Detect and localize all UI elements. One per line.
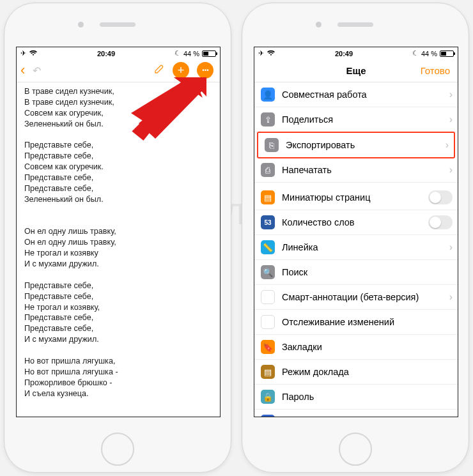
export-icon: ⎘ xyxy=(265,138,279,152)
brush-button[interactable] xyxy=(153,63,165,78)
more-nav-bar: Еще Готово xyxy=(254,59,458,82)
moon-icon: ☾ xyxy=(174,49,181,58)
chevron-right-icon: › xyxy=(449,164,453,176)
lock-icon: 🔒 xyxy=(261,390,275,404)
book-icon: ▯ xyxy=(261,415,275,417)
chevron-right-icon: › xyxy=(449,242,453,253)
camera-dot xyxy=(78,22,84,27)
menu-item-label: Напечатать xyxy=(282,165,442,175)
ruler-icon: 📏 xyxy=(261,240,275,254)
menu-item-present-icon[interactable]: ▤Режим доклада xyxy=(254,360,458,385)
add-button[interactable]: + xyxy=(173,62,189,79)
menu-item-label: Совместная работа xyxy=(282,89,442,100)
track-icon: ≣ xyxy=(261,315,275,329)
more-menu-list: 👤Совместная работа›⇪Поделиться›⎘Экспорти… xyxy=(254,82,458,417)
menu-item-smart-icon[interactable]: ✎Смарт-аннотации (бета-версия)› xyxy=(254,285,458,310)
menu-item-label: Пароль xyxy=(282,392,453,402)
menu-item-ruler-icon[interactable]: 📏Линейка› xyxy=(254,235,458,260)
more-button[interactable]: ··· xyxy=(197,62,213,79)
menu-item-thumbs-icon[interactable]: ▤Миниатюры страниц xyxy=(254,185,458,210)
menu-item-count-icon[interactable]: 53Количество слов xyxy=(254,210,458,235)
menu-item-label: Экспортировать xyxy=(286,140,438,150)
airplane-icon: ✈︎ xyxy=(20,49,26,58)
chevron-right-icon: › xyxy=(449,114,453,125)
battery-icon xyxy=(440,50,454,57)
screen-right: ✈︎ 20:49 ☾ 44 % Еще Готово 👤Совместная р… xyxy=(254,47,458,417)
menu-item-person-icon[interactable]: 👤Совместная работа› xyxy=(254,82,458,107)
menu-item-label: Опубликовать в Apple Books xyxy=(282,417,442,417)
person-icon: 👤 xyxy=(261,88,275,102)
wifi-icon xyxy=(29,50,38,58)
home-button[interactable] xyxy=(101,433,134,466)
bookmark-icon: 🔖 xyxy=(261,340,275,354)
menu-item-share-icon[interactable]: ⇪Поделиться› xyxy=(254,107,458,132)
document-body[interactable]: В траве сидел кузнечик, В траве сидел ку… xyxy=(17,82,220,405)
airplane-icon: ✈︎ xyxy=(258,49,264,58)
moon-icon: ☾ xyxy=(412,49,419,58)
chevron-right-icon: › xyxy=(449,291,453,303)
toggle-switch[interactable] xyxy=(428,215,453,229)
wifi-icon xyxy=(267,50,275,58)
phone-mockup-left: ✈︎ 20:49 ☾ 44 % ‹ ↶ + ··· xyxy=(4,3,231,473)
search-icon: 🔍 xyxy=(261,265,275,279)
status-time: 20:49 xyxy=(335,50,353,58)
menu-item-book-icon[interactable]: ▯Опубликовать в Apple Books› xyxy=(254,410,458,417)
menu-item-label: Количество слов xyxy=(282,217,421,227)
menu-item-label: Миниатюры страниц xyxy=(282,192,421,203)
chevron-right-icon: › xyxy=(449,416,453,417)
undo-button[interactable]: ↶ xyxy=(33,65,41,77)
status-bar: ✈︎ 20:49 ☾ 44 % xyxy=(254,47,458,59)
chevron-right-icon: › xyxy=(449,89,453,100)
editor-toolbar: ‹ ↶ + ··· xyxy=(17,59,220,82)
done-button[interactable]: Готово xyxy=(421,65,450,76)
menu-item-label: Отслеживание изменений xyxy=(282,317,453,327)
menu-item-label: Режим доклада xyxy=(282,367,453,377)
thumbs-icon: ▤ xyxy=(261,190,275,204)
menu-item-label: Линейка xyxy=(282,242,442,252)
speaker-slot xyxy=(337,22,373,27)
present-icon: ▤ xyxy=(261,365,275,379)
camera-dot xyxy=(316,22,322,27)
back-button[interactable]: ‹ xyxy=(20,62,25,79)
more-title: Еще xyxy=(346,65,366,76)
menu-item-bookmark-icon[interactable]: 🔖Закладки xyxy=(254,335,458,360)
menu-item-track-icon[interactable]: ≣Отслеживание изменений xyxy=(254,310,458,335)
speaker-slot xyxy=(100,22,136,27)
phone-mockup-right: ✈︎ 20:49 ☾ 44 % Еще Готово 👤Совместная р… xyxy=(242,3,469,473)
menu-item-label: Закладки xyxy=(282,342,453,352)
share-icon: ⇪ xyxy=(261,112,275,127)
status-time: 20:49 xyxy=(97,50,115,58)
battery-pct: 44 % xyxy=(421,50,437,58)
menu-item-export-icon[interactable]: ⎘Экспортировать› xyxy=(257,132,455,158)
menu-item-label: Смарт-аннотации (бета-версия) xyxy=(282,292,442,302)
battery-icon xyxy=(202,50,216,57)
battery-pct: 44 % xyxy=(183,50,199,58)
home-button[interactable] xyxy=(339,433,372,466)
count-icon: 53 xyxy=(261,215,275,229)
smart-icon: ✎ xyxy=(261,290,275,304)
chevron-right-icon: › xyxy=(446,139,449,151)
menu-item-label: Поделиться xyxy=(282,114,442,125)
menu-item-print-icon[interactable]: ⎙Напечатать› xyxy=(254,158,458,183)
menu-item-label: Поиск xyxy=(282,267,453,277)
menu-item-search-icon[interactable]: 🔍Поиск xyxy=(254,260,458,285)
menu-item-lock-icon[interactable]: 🔒Пароль xyxy=(254,385,458,410)
screen-left: ✈︎ 20:49 ☾ 44 % ‹ ↶ + ··· xyxy=(16,47,221,417)
toggle-switch[interactable] xyxy=(428,190,453,204)
status-bar: ✈︎ 20:49 ☾ 44 % xyxy=(17,47,220,59)
print-icon: ⎙ xyxy=(261,163,275,177)
